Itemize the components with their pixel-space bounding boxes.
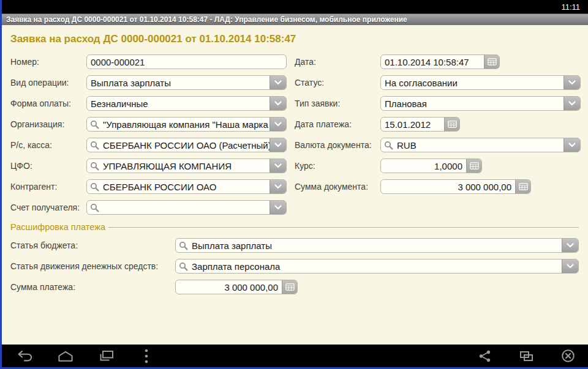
search-icon bbox=[87, 120, 99, 129]
status-bar: 11:11 bbox=[2, 0, 588, 13]
organizaciya-picker[interactable]: "Управляющая компания "Наша марка bbox=[86, 117, 287, 132]
tip-zayavki-label: Тип заявки: bbox=[287, 99, 380, 108]
nav-left-group bbox=[2, 348, 154, 364]
summa-platezha-row: Сумма платежа: 3 000 000,00 bbox=[10, 280, 579, 294]
chevron-down-icon bbox=[570, 81, 575, 84]
rs-kassa-label: Р/с, касса: bbox=[10, 140, 86, 150]
data-label: Дата: bbox=[287, 57, 380, 67]
recent-apps-button[interactable] bbox=[98, 348, 114, 364]
chevron-down-icon bbox=[276, 144, 281, 147]
search-icon bbox=[176, 262, 188, 271]
dropdown-button[interactable] bbox=[270, 138, 287, 152]
chevron-down-icon bbox=[276, 102, 281, 105]
float-window-icon bbox=[519, 351, 533, 362]
vid-operacii-label: Вид операции: bbox=[10, 78, 86, 88]
summa-dokumenta-cell: 3 000 000,00 bbox=[380, 179, 581, 194]
statya-dvizheniya-picker[interactable]: Зарплата персонала bbox=[175, 259, 579, 274]
date-picker-button[interactable] bbox=[444, 117, 460, 132]
organizaciya-label: Организация: bbox=[10, 119, 86, 129]
dropdown-button[interactable] bbox=[564, 96, 581, 111]
chevron-down-icon bbox=[568, 244, 573, 247]
data-input[interactable]: 01.10.2014 10:58:47 bbox=[380, 54, 500, 69]
schet-poluchatelya-picker[interactable] bbox=[86, 200, 287, 215]
page-title: Заявка на расход ДС 0000-000021 от 01.10… bbox=[2, 25, 588, 54]
dropdown-button[interactable] bbox=[564, 138, 581, 152]
close-icon bbox=[561, 349, 575, 363]
kurs-input[interactable]: 1,0000 bbox=[380, 158, 482, 173]
data-platezha-cell: 15.01.2012 bbox=[380, 117, 581, 132]
back-button[interactable] bbox=[17, 348, 33, 364]
calculator-button[interactable] bbox=[466, 158, 482, 173]
window-title: Заявка на расход ДС 0000-000021 от 01.10… bbox=[6, 15, 407, 24]
status-dropdown[interactable]: На согласовании bbox=[380, 75, 581, 90]
search-icon bbox=[381, 141, 393, 150]
rs-kassa-picker[interactable]: СБЕРБАНК РОССИИ ОАО (Расчетный) bbox=[86, 138, 287, 152]
dropdown-button[interactable] bbox=[270, 117, 287, 132]
data-cell: 01.10.2014 10:58:47 bbox=[380, 54, 581, 69]
forma-oplaty-label: Форма оплаты: bbox=[10, 99, 86, 108]
keypad-grid-icon bbox=[488, 58, 497, 65]
chevron-down-icon bbox=[276, 185, 281, 188]
search-icon bbox=[87, 203, 99, 212]
search-icon bbox=[176, 241, 188, 250]
dropdown-button[interactable] bbox=[270, 75, 287, 90]
forma-oplaty-dropdown[interactable]: Безналичные bbox=[86, 96, 287, 111]
search-icon bbox=[87, 141, 99, 150]
form-grid: Номер: 0000-000021 Дата: 01.10.2014 10:5… bbox=[10, 54, 588, 215]
tip-zayavki-dropdown[interactable]: Плановая bbox=[380, 96, 581, 111]
dropdown-button[interactable] bbox=[562, 259, 579, 274]
cfo-label: ЦФО: bbox=[10, 161, 86, 171]
home-icon bbox=[58, 350, 74, 362]
chevron-down-icon bbox=[276, 206, 281, 209]
chevron-down-icon bbox=[276, 165, 281, 168]
dropdown-button[interactable] bbox=[270, 96, 287, 111]
window-title-bar: Заявка на расход ДС 0000-000021 от 01.10… bbox=[2, 13, 588, 25]
section-header-label: Расшифровка платежа bbox=[10, 222, 105, 232]
menu-overflow-button[interactable] bbox=[138, 348, 154, 364]
chevron-down-icon bbox=[568, 265, 573, 268]
summa-dokumenta-label: Сумма документа: bbox=[287, 182, 380, 192]
clock: 11:11 bbox=[561, 2, 580, 12]
data-platezha-label: Дата платежа: bbox=[287, 119, 380, 129]
nav-right-group bbox=[477, 348, 588, 364]
date-picker-button[interactable] bbox=[484, 54, 500, 69]
home-button[interactable] bbox=[58, 348, 74, 364]
chevron-down-icon bbox=[276, 81, 281, 84]
valyuta-picker[interactable]: RUB bbox=[380, 138, 581, 152]
dropdown-button[interactable] bbox=[564, 75, 581, 90]
dropdown-button[interactable] bbox=[270, 158, 287, 173]
statya-byudzheta-row: Статья бюджета: Выплата зарплаты bbox=[10, 238, 579, 253]
schet-poluchatelya-label: Счет получателя: bbox=[10, 203, 86, 212]
valyuta-label: Валюта документа: bbox=[287, 140, 380, 150]
summa-platezha-input[interactable]: 3 000 000,00 bbox=[175, 280, 298, 294]
nomer-input[interactable]: 0000-000021 bbox=[86, 54, 287, 69]
cfo-picker[interactable]: УПРАВЛЯЮЩАЯ КОМПАНИЯ bbox=[86, 158, 287, 173]
chevron-down-icon bbox=[276, 123, 281, 126]
summa-platezha-label: Сумма платежа: bbox=[10, 282, 175, 292]
kurs-label: Курс: bbox=[287, 161, 380, 171]
search-icon bbox=[87, 182, 99, 192]
dropdown-button[interactable] bbox=[270, 179, 287, 194]
menu-overflow-icon bbox=[145, 349, 148, 363]
summa-dokumenta-input[interactable]: 3 000 000,00 bbox=[380, 179, 531, 194]
kontragent-picker[interactable]: СБЕРБАНК РОССИИ ОАО bbox=[86, 179, 287, 194]
data-platezha-input[interactable]: 15.01.2012 bbox=[380, 117, 460, 132]
dropdown-button[interactable] bbox=[562, 238, 579, 253]
status-label: Статус: bbox=[287, 78, 380, 88]
dropdown-button[interactable] bbox=[270, 200, 287, 215]
kurs-cell: 1,0000 bbox=[380, 158, 581, 173]
close-button[interactable] bbox=[560, 348, 576, 364]
back-icon bbox=[17, 350, 33, 362]
share-icon bbox=[478, 350, 491, 362]
statya-byudzheta-label: Статья бюджета: bbox=[10, 240, 175, 250]
section-header-rasshifrovka: Расшифровка платежа bbox=[10, 222, 579, 232]
chevron-down-icon bbox=[570, 144, 575, 147]
chevron-down-icon bbox=[570, 102, 575, 105]
float-window-button[interactable] bbox=[518, 348, 534, 364]
kontragent-label: Контрагент: bbox=[10, 182, 86, 192]
calculator-button[interactable] bbox=[515, 179, 531, 194]
share-button[interactable] bbox=[477, 348, 492, 364]
calculator-button[interactable] bbox=[282, 280, 298, 294]
statya-byudzheta-picker[interactable]: Выплата зарплаты bbox=[175, 238, 579, 253]
vid-operacii-dropdown[interactable]: Выплата зарплаты bbox=[86, 75, 287, 90]
